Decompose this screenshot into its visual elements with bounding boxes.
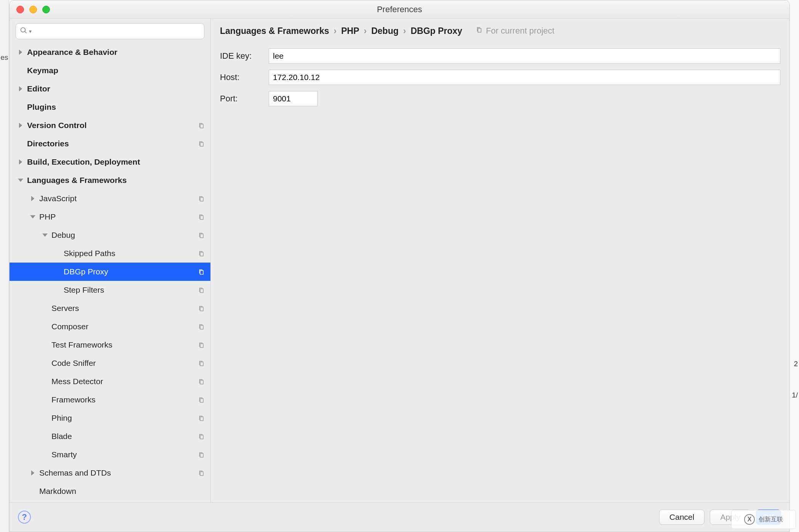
- sidebar-item-dbgp-proxy[interactable]: DBGp Proxy: [10, 263, 210, 281]
- chevron-right-icon[interactable]: [16, 50, 25, 55]
- project-scope-icon: [197, 322, 206, 331]
- sidebar-item-label: Frameworks: [51, 395, 197, 404]
- project-scope-icon: [197, 285, 206, 295]
- chevron-right-icon[interactable]: [16, 123, 25, 128]
- project-scope-icon: [197, 231, 206, 240]
- host-label: Host:: [220, 72, 263, 82]
- sidebar-item-label: Plugins: [27, 103, 206, 112]
- svg-rect-4: [200, 234, 203, 238]
- chevron-down-icon[interactable]: [16, 178, 25, 183]
- cancel-button[interactable]: Cancel: [659, 510, 704, 525]
- svg-rect-5: [200, 252, 203, 256]
- sidebar-item-label: Blade: [51, 432, 197, 441]
- breadcrumb-part[interactable]: Languages & Frameworks: [220, 26, 329, 36]
- sidebar-item-javascript[interactable]: JavaScript: [10, 189, 210, 208]
- watermark-logo-icon: X: [744, 514, 755, 525]
- background-right-strip: 2 1/: [790, 0, 799, 532]
- project-scope-icon: [197, 450, 206, 459]
- sidebar-item-smarty[interactable]: Smarty: [10, 445, 210, 464]
- svg-rect-7: [200, 289, 203, 293]
- window-title: Preferences: [10, 5, 789, 14]
- port-label: Port:: [220, 94, 263, 104]
- project-scope-icon: [197, 468, 206, 478]
- svg-rect-13: [200, 399, 203, 402]
- sidebar-item-label: Markdown: [39, 487, 206, 496]
- sidebar-item-languages-frameworks[interactable]: Languages & Frameworks: [10, 171, 210, 189]
- project-scope-icon: [197, 139, 206, 148]
- preferences-dialog: Preferences ▾ Appearance & BehaviorKeyma…: [9, 0, 790, 532]
- sidebar-item-label: Phing: [51, 413, 197, 423]
- sidebar-item-step-filters[interactable]: Step Filters: [10, 281, 210, 299]
- svg-rect-2: [200, 197, 203, 201]
- sidebar-item-label: Keymap: [27, 66, 206, 75]
- sidebar-item-label: Composer: [51, 322, 197, 331]
- port-input[interactable]: [269, 91, 318, 106]
- ide-key-input[interactable]: [269, 48, 780, 64]
- chevron-right-icon[interactable]: [29, 196, 37, 201]
- help-button[interactable]: ?: [18, 511, 31, 524]
- sidebar-item-skipped-paths[interactable]: Skipped Paths: [10, 244, 210, 263]
- sidebar-item-test-frameworks[interactable]: Test Frameworks: [10, 336, 210, 354]
- project-scope-icon: [197, 304, 206, 313]
- sidebar-item-code-sniffer[interactable]: Code Sniffer: [10, 354, 210, 372]
- sidebar-item-keymap[interactable]: Keymap: [10, 61, 210, 80]
- sidebar-item-label: Appearance & Behavior: [27, 48, 206, 57]
- chevron-right-icon[interactable]: [16, 159, 25, 165]
- svg-rect-12: [200, 380, 203, 384]
- svg-rect-10: [200, 344, 203, 348]
- project-scope-icon: [197, 340, 206, 349]
- sidebar-item-servers[interactable]: Servers: [10, 299, 210, 317]
- sidebar-item-composer[interactable]: Composer: [10, 317, 210, 336]
- titlebar: Preferences: [10, 0, 789, 19]
- chevron-down-icon[interactable]: [29, 214, 37, 220]
- project-scope-icon: [197, 249, 206, 258]
- sidebar-item-php[interactable]: PHP: [10, 208, 210, 226]
- chevron-right-icon[interactable]: [29, 470, 37, 476]
- svg-rect-0: [200, 124, 203, 128]
- background-left-strip: es: [0, 0, 9, 532]
- settings-tree[interactable]: Appearance & BehaviorKeymapEditorPlugins…: [10, 43, 210, 502]
- copy-icon: [475, 26, 483, 36]
- project-scope-icon: [197, 267, 206, 276]
- sidebar-item-markdown[interactable]: Markdown: [10, 482, 210, 500]
- svg-rect-14: [200, 417, 203, 421]
- breadcrumb-part[interactable]: Debug: [371, 26, 399, 36]
- chevron-right-icon[interactable]: [16, 86, 25, 91]
- search-icon: [20, 27, 27, 36]
- sidebar-item-label: Code Sniffer: [51, 359, 197, 368]
- sidebar-item-build-execution-deployment[interactable]: Build, Execution, Deployment: [10, 153, 210, 171]
- chevron-down-icon[interactable]: [41, 232, 49, 238]
- project-scope-icon: [197, 377, 206, 386]
- watermark: X 创新互联: [731, 510, 796, 529]
- breadcrumb-sep: ›: [364, 26, 367, 36]
- sidebar-item-phing[interactable]: Phing: [10, 409, 210, 427]
- sidebar-item-plugins[interactable]: Plugins: [10, 98, 210, 116]
- project-scope-icon: [197, 121, 206, 130]
- host-input[interactable]: [269, 70, 780, 85]
- sidebar-item-debug[interactable]: Debug: [10, 226, 210, 244]
- content-pane: Languages & Frameworks › PHP › Debug › D…: [211, 19, 789, 502]
- svg-rect-8: [200, 307, 203, 311]
- search-field[interactable]: ▾: [16, 23, 204, 39]
- svg-rect-1: [200, 143, 203, 146]
- project-scope-icon: [197, 432, 206, 441]
- sidebar: ▾ Appearance & BehaviorKeymapEditorPlugi…: [10, 19, 211, 502]
- sidebar-item-schemas-and-dtds[interactable]: Schemas and DTDs: [10, 464, 210, 482]
- breadcrumb: Languages & Frameworks › PHP › Debug › D…: [211, 19, 789, 43]
- dropdown-caret-icon: ▾: [29, 28, 32, 34]
- sidebar-item-appearance-behavior[interactable]: Appearance & Behavior: [10, 43, 210, 61]
- svg-rect-3: [200, 216, 203, 220]
- sidebar-item-mess-detector[interactable]: Mess Detector: [10, 372, 210, 391]
- sidebar-item-blade[interactable]: Blade: [10, 427, 210, 445]
- sidebar-item-label: Directories: [27, 139, 197, 148]
- sidebar-item-directories[interactable]: Directories: [10, 135, 210, 153]
- sidebar-item-version-control[interactable]: Version Control: [10, 116, 210, 135]
- project-scope-icon: [197, 413, 206, 423]
- sidebar-item-label: DBGp Proxy: [64, 267, 197, 276]
- watermark-text: 创新互联: [759, 516, 783, 524]
- sidebar-item-frameworks[interactable]: Frameworks: [10, 391, 210, 409]
- sidebar-item-editor[interactable]: Editor: [10, 80, 210, 98]
- breadcrumb-sep: ›: [403, 26, 406, 36]
- search-input[interactable]: [33, 27, 200, 36]
- breadcrumb-part[interactable]: PHP: [341, 26, 359, 36]
